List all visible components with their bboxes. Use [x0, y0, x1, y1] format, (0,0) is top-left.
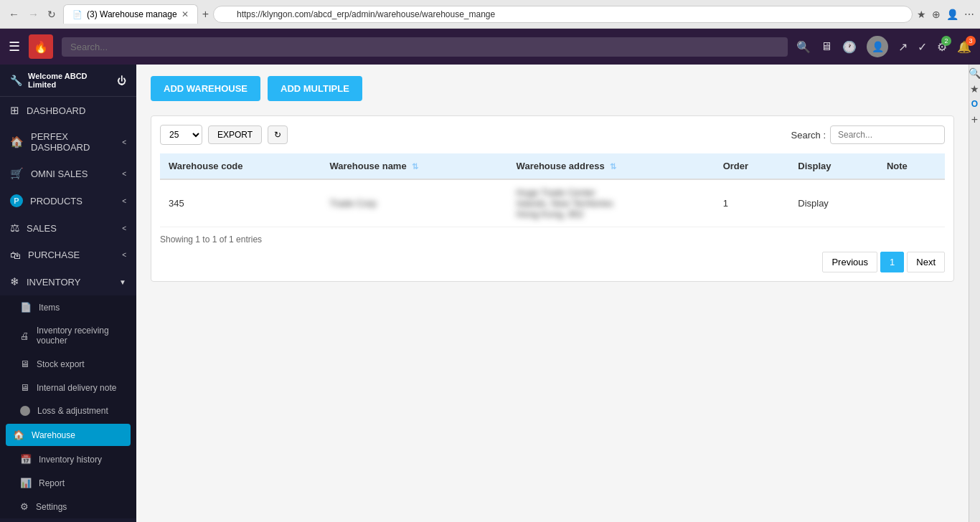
- chevron-down-icon: ▼: [119, 278, 126, 286]
- sidebar-item-report[interactable]: 📊 Report: [0, 471, 136, 495]
- logo: 🔥: [29, 34, 53, 59]
- pagination: Previous 1 Next: [160, 252, 945, 272]
- page-1-button[interactable]: 1: [880, 252, 904, 272]
- dashboard-icon: ⊞: [10, 104, 19, 117]
- back-button[interactable]: ←: [6, 6, 22, 22]
- forward-button[interactable]: →: [25, 6, 42, 22]
- add-warehouse-button[interactable]: ADD WAREHOUSE: [151, 76, 260, 101]
- right-panel-outlook-icon[interactable]: O: [971, 99, 978, 109]
- inventory-icon: ❄: [10, 275, 19, 288]
- sidebar-item-receiving-voucher[interactable]: 🖨 Inventory receiving voucher: [0, 319, 136, 352]
- browser-tab-active[interactable]: 📄 (3) Warehouse manage ✕: [63, 4, 198, 24]
- sidebar-item-items[interactable]: 📄 Items: [0, 295, 136, 319]
- table-search-input[interactable]: [830, 125, 945, 144]
- history-icon[interactable]: 🕐: [842, 40, 857, 54]
- bookmark-button[interactable]: ⊕: [932, 9, 941, 20]
- cell-warehouse-address: Huge Trade Center Islands, New Territori…: [508, 179, 715, 227]
- close-icon[interactable]: ✕: [182, 9, 189, 19]
- sidebar-sub-label: Settings: [36, 502, 67, 512]
- cell-warehouse-code: 345: [160, 179, 321, 227]
- right-panel-plus-icon[interactable]: +: [971, 113, 978, 126]
- next-page-button[interactable]: Next: [907, 252, 945, 272]
- sidebar-item-sales[interactable]: ⚖ SALES <: [0, 214, 136, 242]
- sidebar: 🔧 Welcome ABCD Limited ⏻ ⊞ DASHBOARD 🏠 P…: [0, 65, 136, 522]
- sidebar-item-internal-delivery[interactable]: 🖥 Internal delivery note: [0, 376, 136, 399]
- table-container: 25 50 100 EXPORT ↻ Search : Warehouse co…: [151, 115, 954, 282]
- sidebar-item-purchase[interactable]: 🛍 PURCHASE <: [0, 242, 136, 268]
- sidebar-sub-label: Inventory receiving voucher: [37, 326, 126, 346]
- hamburger-icon[interactable]: ☰: [9, 39, 20, 54]
- stock-export-icon: 🖥: [20, 359, 29, 369]
- profile-button[interactable]: 👤: [946, 9, 958, 20]
- inventory-history-icon: 📅: [20, 454, 32, 465]
- monitor-icon[interactable]: 🖥: [821, 40, 832, 53]
- export-button[interactable]: EXPORT: [208, 125, 262, 144]
- sidebar-sub: 📄 Items 🖨 Inventory receiving voucher 🖥 …: [0, 295, 136, 518]
- bell-badge-container[interactable]: 🔔 3: [957, 40, 971, 54]
- sidebar-item-perfex[interactable]: 🏠 PERFEX DASHBOARD <: [0, 124, 136, 160]
- search-icon[interactable]: 🔍: [796, 40, 811, 54]
- settings-badge-container[interactable]: ⚙ 2: [937, 40, 947, 54]
- settings-sidebar-icon: ⚙: [20, 501, 29, 512]
- right-panel-search-icon[interactable]: 🔍: [969, 67, 980, 79]
- right-scrollbar-area: 🔍 ★ O +: [969, 65, 980, 522]
- chevron-right-icon: <: [122, 197, 126, 205]
- showing-text: Showing 1 to 1 of 1 entries: [160, 234, 945, 245]
- global-search-input[interactable]: [62, 37, 788, 57]
- cell-display: Display: [789, 179, 878, 227]
- extensions-button[interactable]: ★: [917, 9, 926, 20]
- power-icon[interactable]: ⏻: [117, 75, 126, 86]
- cell-order: 1: [715, 179, 790, 227]
- cart-icon: 🛒: [10, 167, 24, 180]
- previous-page-button[interactable]: Previous: [822, 252, 877, 272]
- sidebar-item-label: PRODUCTS: [30, 196, 83, 207]
- sidebar-item-omni-sales[interactable]: 🛒 OMNI SALES <: [0, 160, 136, 187]
- sidebar-item-warehouse[interactable]: 🏠 Warehouse: [6, 424, 131, 446]
- sidebar-item-label: PURCHASE: [28, 250, 80, 260]
- search-right: Search :: [791, 125, 945, 144]
- sidebar-user-label: Welcome ABCD Limited: [28, 72, 111, 89]
- chevron-right-icon: <: [122, 251, 126, 259]
- sidebar-item-loss-adjustment[interactable]: Loss & adjustment: [0, 399, 136, 422]
- table-wrapper: Warehouse code Warehouse name ⇅ Warehous…: [160, 153, 945, 227]
- sidebar-sub-label: Warehouse: [32, 430, 75, 440]
- sidebar-item-stock-export[interactable]: 🖥 Stock export: [0, 352, 136, 376]
- avatar-container[interactable]: 👤: [867, 36, 888, 57]
- warehouse-name-label: Warehouse name: [329, 161, 406, 171]
- sidebar-item-inventory[interactable]: ❄ INVENTORY ▼: [0, 268, 136, 295]
- sales-icon: ⚖: [10, 222, 19, 234]
- col-warehouse-address[interactable]: Warehouse address ⇅: [508, 153, 715, 179]
- col-order: Order: [715, 153, 790, 179]
- url-bar[interactable]: https://klyngon.com/abcd_erp/admin/wareh…: [213, 6, 913, 23]
- right-panel-star-icon[interactable]: ★: [970, 83, 979, 95]
- col-warehouse-name[interactable]: Warehouse name ⇅: [321, 153, 507, 179]
- main-content: ADD WAREHOUSE ADD MULTIPLE 25 50 100 EXP…: [136, 65, 969, 522]
- menu-button[interactable]: ⋯: [964, 9, 974, 20]
- sidebar-item-settings[interactable]: ⚙ Settings: [0, 495, 136, 518]
- sidebar-item-dashboard[interactable]: ⊞ DASHBOARD: [0, 97, 136, 124]
- address-line3: Hong Kong, 852: [517, 209, 706, 219]
- add-multiple-button[interactable]: ADD MULTIPLE: [268, 76, 362, 101]
- action-bar: ADD WAREHOUSE ADD MULTIPLE: [151, 76, 954, 101]
- cell-warehouse-name: Trade Corp: [321, 179, 507, 227]
- check-icon[interactable]: ✓: [918, 40, 927, 54]
- receiving-voucher-icon: 🖨: [20, 331, 29, 341]
- address-line1: Huge Trade Center: [517, 187, 706, 198]
- refresh-button[interactable]: ↻: [268, 125, 288, 144]
- sort-icon: ⇅: [610, 162, 616, 171]
- sidebar-item-products[interactable]: P PRODUCTS <: [0, 187, 136, 214]
- sidebar-item-label: INVENTORY: [27, 277, 80, 288]
- reload-button[interactable]: ↻: [44, 7, 59, 22]
- search-label: Search :: [791, 130, 826, 141]
- sidebar-sub-label: Stock export: [37, 359, 85, 369]
- sidebar-item-inventory-history[interactable]: 📅 Inventory history: [0, 447, 136, 471]
- top-nav: ☰ 🔥 🔍 🖥 🕐 👤 ↗ ✓ ⚙ 2 🔔 3: [0, 29, 980, 65]
- products-icon: P: [10, 194, 23, 207]
- loss-adjustment-icon: [20, 406, 30, 416]
- browser-chrome: ← → ↻ 📄 (3) Warehouse manage ✕ + https:/…: [0, 0, 980, 29]
- share-icon[interactable]: ↗: [898, 40, 908, 54]
- new-tab-button[interactable]: +: [202, 8, 209, 21]
- per-page-select[interactable]: 25 50 100: [160, 125, 202, 145]
- sidebar-sub-label: Inventory history: [39, 455, 102, 465]
- report-icon: 📊: [20, 478, 32, 488]
